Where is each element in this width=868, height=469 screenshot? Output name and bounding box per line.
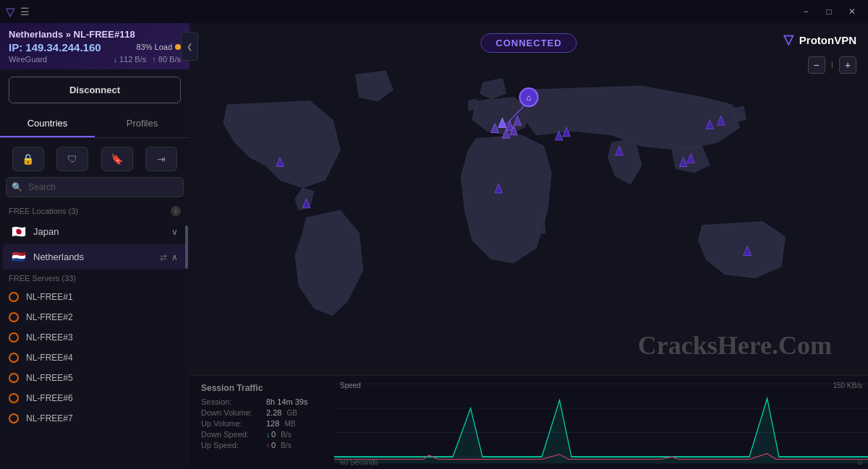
- down-vol-label: Down Volume:: [201, 408, 266, 417]
- netherlands-name: Netherlands: [33, 251, 160, 262]
- japan-flag: 🇯🇵: [12, 225, 26, 238]
- servers-list: NL-FREE#1NL-FREE#2NL-FREE#3NL-FREE#4NL-F…: [0, 287, 190, 429]
- down-vol-row: Down Volume: 2.28 GB: [201, 408, 323, 417]
- server-circle: [9, 292, 19, 302]
- load-indicator: [175, 44, 181, 50]
- up-speed-row: Up Speed: ↑ 0 B/s: [201, 441, 323, 449]
- down-speed-value: ↓ 0 B/s: [266, 430, 292, 439]
- filter-shield-button[interactable]: 🛡: [56, 147, 88, 171]
- connection-ip: IP: 149.34.244.160: [9, 41, 101, 53]
- session-label: Session:: [201, 397, 266, 406]
- server-name: NL-FREE#1: [26, 292, 73, 302]
- svg-text:⌂: ⌂: [527, 93, 532, 102]
- traffic-speeds: ↓ 112 B/s ↑ 80 B/s: [113, 55, 181, 64]
- speed-chart-svg: [334, 376, 868, 469]
- server-item[interactable]: NL-FREE#7: [0, 408, 190, 429]
- server-item[interactable]: NL-FREE#2: [0, 307, 190, 327]
- netherlands-chevron: ∧: [171, 252, 178, 262]
- main-tabs: Countries Profiles: [0, 111, 190, 138]
- server-item[interactable]: NL-FREE#3: [0, 327, 190, 348]
- stats-left: Session Traffic Session: 8h 14m 39s Down…: [190, 376, 334, 469]
- up-arrow-icon: ↑: [266, 442, 270, 449]
- japan-chevron: ∨: [171, 227, 178, 237]
- free-servers-label: FREE Servers (33): [0, 270, 190, 287]
- connection-location: Netherlands » NL-FREE#118: [9, 29, 181, 40]
- tab-profiles[interactable]: Profiles: [95, 111, 190, 137]
- speed-max-label: 150 KB/s: [833, 382, 862, 390]
- server-name: NL-FREE#6: [26, 393, 73, 403]
- japan-name: Japan: [33, 226, 171, 237]
- world-map: ⌂: [190, 30, 868, 375]
- server-name: NL-FREE#7: [26, 413, 73, 423]
- filter-forward-button[interactable]: ⇥: [145, 147, 177, 171]
- up-vol-label: Up Volume:: [201, 419, 266, 428]
- server-circle: [9, 332, 19, 343]
- connection-meta: WireGuard ↓ 112 B/s ↑ 80 B/s: [9, 55, 181, 64]
- filter-lock-button[interactable]: 🔒: [12, 147, 44, 171]
- down-speed-row: Down Speed: ↓ 0 B/s: [201, 430, 323, 439]
- free-locations-label: FREE Locations (3) i: [0, 203, 190, 219]
- search-icon: 🔍: [12, 182, 22, 192]
- server-name: NL-FREE#2: [26, 312, 73, 322]
- up-vol-value: 128 MB: [266, 419, 295, 428]
- world-map-svg: ⌂: [190, 30, 868, 375]
- session-value: 8h 14m 39s: [266, 397, 307, 406]
- country-item-japan[interactable]: 🇯🇵 Japan ∨: [3, 219, 187, 244]
- protocol-label: WireGuard: [9, 55, 47, 64]
- titlebar: ▽ ☰ − □ ✕: [0, 0, 868, 23]
- close-button[interactable]: ✕: [842, 4, 862, 19]
- down-speed: ↓ 112 B/s: [113, 55, 146, 64]
- up-speed: ↑ 80 B/s: [152, 55, 181, 64]
- server-circle: [9, 393, 19, 403]
- minimize-button[interactable]: −: [796, 4, 816, 19]
- stats-panel: Session Traffic Session: 8h 14m 39s Down…: [190, 375, 868, 469]
- section-info: i: [171, 206, 181, 216]
- maximize-button[interactable]: □: [819, 4, 839, 19]
- sidebar: Netherlands » NL-FREE#118 IP: 149.34.244…: [0, 23, 190, 469]
- chart-x-labels: 60 Seconds 0: [334, 458, 868, 466]
- session-row: Session: 8h 14m 39s: [201, 397, 323, 406]
- x-label-right: 0: [858, 458, 862, 466]
- stats-title: Session Traffic: [201, 383, 323, 393]
- server-circle: [9, 373, 19, 383]
- server-item[interactable]: NL-FREE#1: [0, 287, 190, 307]
- server-circle: [9, 413, 19, 423]
- connection-load: 83% Load: [136, 43, 181, 51]
- scroll-indicator[interactable]: [185, 225, 188, 269]
- search-input[interactable]: [6, 177, 184, 197]
- down-vol-value: 2.28 GB: [266, 408, 297, 417]
- server-item[interactable]: NL-FREE#5: [0, 368, 190, 388]
- down-arrow-icon: ↓: [266, 431, 270, 439]
- netherlands-flag: 🇳🇱: [12, 250, 26, 264]
- tab-countries[interactable]: Countries: [0, 111, 95, 137]
- netherlands-actions: ⇄ ∧: [160, 252, 178, 262]
- server-item[interactable]: NL-FREE#6: [0, 388, 190, 408]
- info-icon[interactable]: i: [171, 206, 181, 216]
- search-box: 🔍: [6, 177, 184, 197]
- server-name: NL-FREE#4: [26, 353, 73, 363]
- up-speed-value: ↑ 0 B/s: [266, 441, 292, 449]
- country-item-netherlands[interactable]: 🇳🇱 Netherlands ⇄ ∧: [3, 244, 187, 270]
- filter-bookmark-button[interactable]: 🔖: [101, 147, 133, 171]
- collapse-button[interactable]: ❮: [181, 32, 198, 61]
- server-name: NL-FREE#5: [26, 373, 73, 383]
- window-controls: − □ ✕: [796, 4, 862, 19]
- reconnect-icon[interactable]: ⇄: [160, 252, 167, 262]
- connection-header: Netherlands » NL-FREE#118 IP: 149.34.244…: [0, 23, 190, 69]
- up-speed-label: Up Speed:: [201, 441, 266, 449]
- main-layout: Netherlands » NL-FREE#118 IP: 149.34.244…: [0, 23, 868, 469]
- up-vol-row: Up Volume: 128 MB: [201, 419, 323, 428]
- proton-icon: ▽: [6, 5, 14, 19]
- speed-chart: Speed 150 KB/s 60 Seconds: [334, 376, 868, 469]
- down-speed-label: Down Speed:: [201, 430, 266, 439]
- disconnect-button[interactable]: Disconnect: [9, 77, 181, 103]
- server-item[interactable]: NL-FREE#4: [0, 348, 190, 368]
- server-name: NL-FREE#3: [26, 332, 73, 343]
- server-circle: [9, 312, 19, 322]
- filter-bar: 🔒 🛡 🔖 ⇥: [0, 144, 190, 177]
- titlebar-left: ▽ ☰: [6, 5, 30, 19]
- server-circle: [9, 353, 19, 363]
- x-label-left: 60 Seconds: [340, 458, 378, 466]
- menu-icon[interactable]: ☰: [20, 6, 30, 17]
- map-area: ▽ ProtonVPN − I + CONNECTED: [190, 23, 868, 469]
